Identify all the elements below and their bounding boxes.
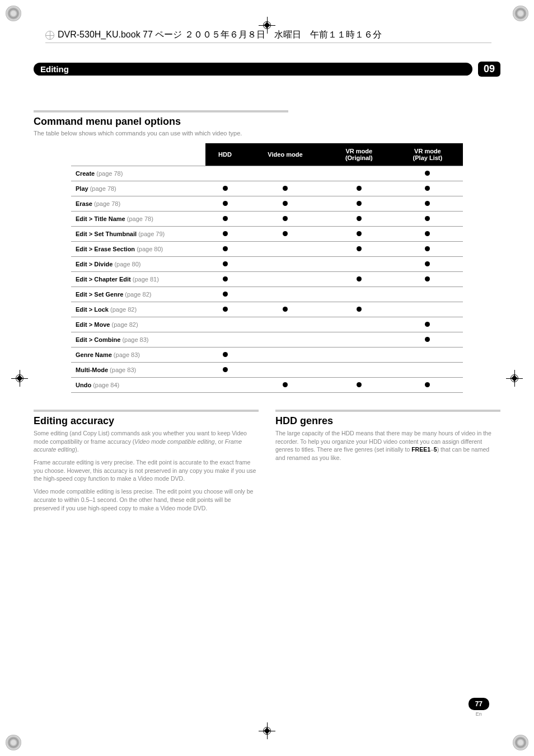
table-column-header: HDD	[205, 143, 245, 166]
crosshair-icon	[45, 31, 54, 40]
row-label-cell: Create (page 78)	[71, 166, 205, 181]
registration-mark-icon	[11, 370, 28, 387]
table-column-header: Video mode	[245, 143, 326, 166]
row-label-cell: Edit > Set Thumbnail (page 79)	[71, 227, 205, 242]
row-label-cell: Erase (page 78)	[71, 196, 205, 212]
bullet-icon	[425, 216, 430, 221]
table-row: Edit > Chapter Edit (page 81)	[71, 272, 463, 287]
table-cell	[245, 302, 326, 317]
body-paragraph: Some editing (and Copy List) commands as…	[34, 429, 259, 454]
table-cell	[392, 196, 463, 212]
table-cell	[245, 166, 326, 181]
bullet-icon	[425, 261, 430, 266]
row-label-cell: Edit > Erase Section (page 80)	[71, 242, 205, 257]
table-cell	[205, 196, 245, 212]
bold-text: FREE1	[411, 446, 430, 453]
print-mark-icon	[6, 735, 21, 750]
chapter-number: 09	[478, 62, 500, 77]
bullet-icon	[425, 171, 430, 176]
row-label-cell: Genre Name (page 83)	[71, 348, 205, 363]
bullet-icon	[223, 246, 228, 251]
bullet-icon	[223, 307, 228, 312]
table-cell	[392, 287, 463, 302]
print-mark-icon	[513, 6, 528, 21]
bullet-icon	[223, 292, 228, 297]
command-options-table: HDDVideo modeVR mode(Original)VR mode(Pl…	[71, 143, 463, 393]
table-cell	[326, 212, 392, 227]
table-cell	[392, 257, 463, 272]
table-row: Edit > Set Thumbnail (page 79)	[71, 227, 463, 242]
table-cell	[205, 332, 245, 348]
page-number: 77	[469, 698, 489, 710]
table-cell	[245, 363, 326, 378]
text-run: , or	[215, 438, 225, 445]
bullet-icon	[283, 186, 288, 191]
table-cell	[326, 348, 392, 363]
table-cell	[245, 272, 326, 287]
row-label-cell: Play (page 78)	[71, 181, 205, 196]
bullet-icon	[357, 201, 362, 206]
bullet-icon	[425, 382, 430, 387]
table-cell	[205, 227, 245, 242]
italic-text: Video mode compatible editing	[134, 438, 214, 445]
table-column-header: VR mode(Original)	[326, 143, 392, 166]
editing-accuracy-heading: Editing accuracy	[34, 415, 259, 427]
bullet-icon	[425, 337, 430, 342]
table-row: Edit > Lock (page 82)	[71, 302, 463, 317]
table-cell	[392, 242, 463, 257]
table-cell	[326, 166, 392, 181]
hdd-genres-column: HDD genres The large capacity of the HDD…	[275, 410, 500, 516]
table-cell	[326, 272, 392, 287]
bullet-icon	[357, 382, 362, 387]
table-cell	[326, 378, 392, 393]
table-row: Genre Name (page 83)	[71, 348, 463, 363]
print-mark-icon	[6, 6, 21, 21]
section-divider	[34, 110, 288, 112]
bullet-icon	[223, 231, 228, 236]
table-cell	[392, 348, 463, 363]
table-cell	[205, 166, 245, 181]
bullet-icon	[357, 216, 362, 221]
row-label-cell: Edit > Chapter Edit (page 81)	[71, 272, 205, 287]
row-label-cell: Edit > Lock (page 82)	[71, 302, 205, 317]
table-cell	[326, 302, 392, 317]
table-cell	[245, 227, 326, 242]
command-menu-desc: The table below shows which commands you…	[34, 130, 500, 137]
table-row: Edit > Combine (page 83)	[71, 332, 463, 348]
table-row: Edit > Divide (page 80)	[71, 257, 463, 272]
bullet-icon	[223, 216, 228, 221]
table-cell	[245, 332, 326, 348]
table-cell	[392, 227, 463, 242]
table-cell	[205, 378, 245, 393]
bullet-icon	[425, 276, 430, 281]
print-mark-icon	[513, 735, 528, 750]
row-label-cell: Undo (page 84)	[71, 378, 205, 393]
table-cell	[245, 348, 326, 363]
table-cell	[205, 272, 245, 287]
table-cell	[392, 272, 463, 287]
table-cell	[205, 287, 245, 302]
table-cell	[392, 302, 463, 317]
table-cell	[326, 227, 392, 242]
bullet-icon	[425, 246, 430, 251]
table-row: Multi-Mode (page 83)	[71, 363, 463, 378]
row-label-cell: Edit > Set Genre (page 82)	[71, 287, 205, 302]
body-paragraph: Frame accurate editing is very precise. …	[34, 458, 259, 483]
table-row: Play (page 78)	[71, 181, 463, 196]
bullet-icon	[425, 201, 430, 206]
table-row: Erase (page 78)	[71, 196, 463, 212]
table-row: Create (page 78)	[71, 166, 463, 181]
table-row: Edit > Set Genre (page 82)	[71, 287, 463, 302]
body-paragraph: The large capacity of the HDD means that…	[275, 429, 500, 462]
table-cell	[392, 212, 463, 227]
table-column-header: VR mode(Play List)	[392, 143, 463, 166]
bullet-icon	[357, 276, 362, 281]
bullet-icon	[357, 231, 362, 236]
table-row: Edit > Move (page 82)	[71, 317, 463, 332]
page-number-badge: 77 En	[469, 698, 489, 717]
body-paragraph: Video mode compatible editing is less pr…	[34, 487, 259, 512]
editing-accuracy-column: Editing accuracy Some editing (and Copy …	[34, 410, 259, 516]
bullet-icon	[283, 216, 288, 221]
bullet-icon	[223, 352, 228, 357]
bullet-icon	[425, 322, 430, 327]
